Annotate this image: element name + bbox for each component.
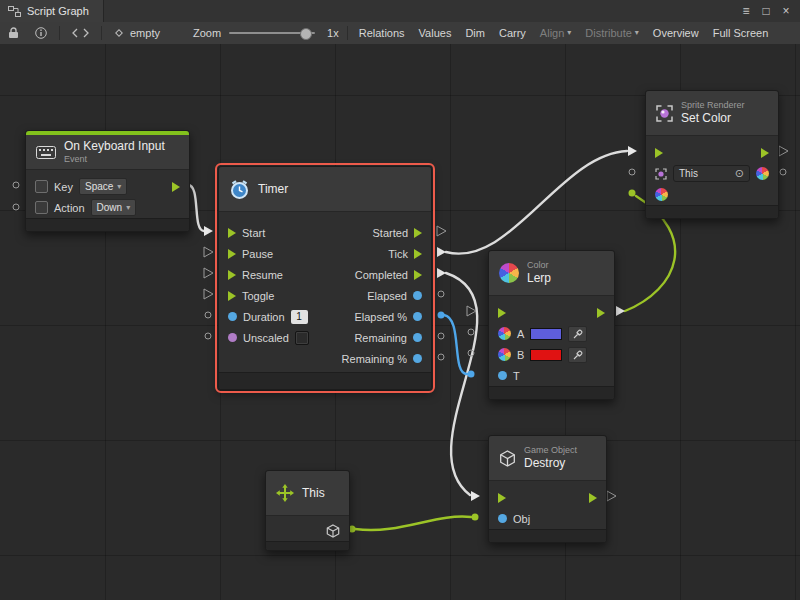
destroy-flow-in-port[interactable] <box>498 493 506 503</box>
maximize-button[interactable]: □ <box>758 3 774 19</box>
distribute-button[interactable]: Distribute ▾ <box>578 22 645 44</box>
destroy-obj-ext-port[interactable] <box>472 514 479 521</box>
values-button[interactable]: Values <box>412 22 459 44</box>
node-timer[interactable]: Timer Start Started Pause Tick <box>218 166 432 390</box>
node-destroy[interactable]: Game Object Destroy Obj <box>488 435 607 543</box>
timer-pause-ext-port[interactable] <box>204 247 213 257</box>
color-b-eyedropper[interactable] <box>568 347 587 363</box>
expand-button[interactable] <box>64 28 97 38</box>
duration-port[interactable] <box>228 312 237 321</box>
setcolor-flow-out-port[interactable] <box>761 148 769 158</box>
align-button[interactable]: Align ▾ <box>533 22 578 44</box>
overview-button[interactable]: Overview <box>646 22 706 44</box>
timer-duration-ext-port[interactable] <box>205 312 211 318</box>
lerp-flow-in-port[interactable] <box>498 308 506 318</box>
color-port-icon[interactable] <box>498 327 511 340</box>
wire-keyboard-to-timer-start[interactable] <box>188 185 204 231</box>
info-button[interactable] <box>27 27 55 39</box>
timer-started-ext-port[interactable] <box>437 226 446 236</box>
destroy-flow-in-ext-port[interactable] <box>471 491 480 501</box>
key-dropdown[interactable]: Space ▾ <box>79 178 127 195</box>
wire-this-to-destroy-obj[interactable] <box>355 517 471 531</box>
graph-canvas[interactable]: On Keyboard Input Event Key Space ▾ <box>0 44 800 600</box>
action-dropdown[interactable]: Down ▾ <box>91 199 137 216</box>
elapsed-pct-port[interactable] <box>413 312 422 321</box>
pause-port[interactable] <box>228 249 236 259</box>
zoom-slider-thumb[interactable] <box>300 28 312 40</box>
resume-port[interactable] <box>228 270 236 280</box>
full-screen-button[interactable]: Full Screen <box>706 22 776 44</box>
unscaled-checkbox[interactable] <box>295 331 309 345</box>
wire-timer-tick-to-setcolor[interactable] <box>446 151 627 254</box>
timer-unscaled-ext-port[interactable] <box>205 333 211 339</box>
remaining-pct-port[interactable] <box>413 354 422 363</box>
toggle-port[interactable] <box>228 291 236 301</box>
destroy-obj-row: Obj <box>489 508 606 529</box>
timer-remaining-pct-ext-port[interactable] <box>438 354 444 360</box>
start-port[interactable] <box>228 228 236 238</box>
color-a-swatch[interactable] <box>530 328 562 340</box>
lerp-a-ext-port[interactable] <box>468 329 474 335</box>
object-picker-icon[interactable]: ⊙ <box>735 168 744 179</box>
color-a-eyedropper[interactable] <box>568 326 587 342</box>
gameobject-cube-port[interactable] <box>326 524 340 538</box>
lerp-flow-out-port[interactable] <box>597 308 605 318</box>
duration-input[interactable]: 1 <box>291 310 308 324</box>
timer-completed-ext-port[interactable] <box>437 268 446 278</box>
completed-port[interactable] <box>414 270 422 280</box>
node-on-keyboard-input[interactable]: On Keyboard Input Event Key Space ▾ <box>25 130 190 232</box>
zoom-slider[interactable] <box>229 32 315 34</box>
graph-breadcrumb[interactable]: empty <box>106 27 168 39</box>
tick-port[interactable] <box>414 249 422 259</box>
started-port[interactable] <box>414 228 422 238</box>
window-menu-button[interactable]: ≡ <box>738 3 754 19</box>
caret-down-icon: ▾ <box>117 183 121 191</box>
destroy-flow-out-ext-port[interactable] <box>607 491 616 501</box>
destroy-flow-out-port[interactable] <box>589 493 597 503</box>
relations-button[interactable]: Relations <box>352 22 412 44</box>
eyedropper-icon <box>573 350 583 360</box>
timer-remaining-ext-port[interactable] <box>438 333 444 339</box>
color-b-swatch[interactable] <box>530 349 562 361</box>
wire-elapsed-to-lerp-t[interactable] <box>444 315 467 374</box>
graph-asset-icon <box>114 28 124 38</box>
lerp-t-ext-port[interactable] <box>468 371 475 378</box>
setcolor-flow-in-ext-port[interactable] <box>628 146 637 156</box>
t-port[interactable] <box>498 371 507 380</box>
setcolor-target-out-ext-port[interactable] <box>780 169 786 175</box>
lerp-out-ext-port[interactable] <box>616 306 625 316</box>
elapsed-port[interactable] <box>413 291 422 300</box>
unscaled-port[interactable] <box>228 333 237 342</box>
timer-resume-ext-port[interactable] <box>204 268 213 278</box>
tab-script-graph[interactable]: Script Graph <box>0 0 104 22</box>
timer-start-ext-port[interactable] <box>204 226 213 236</box>
setcolor-flow-out-ext-port[interactable] <box>779 146 788 156</box>
wire-timer-completed-to-destroy[interactable] <box>446 273 477 495</box>
timer-elapsed-pct-ext-port[interactable] <box>438 312 445 319</box>
color-in-port[interactable] <box>655 188 668 201</box>
timer-toggle-ext-port[interactable] <box>204 289 213 299</box>
start-label: Start <box>242 227 265 239</box>
close-button[interactable]: × <box>778 3 794 19</box>
carry-button[interactable]: Carry <box>492 22 533 44</box>
setcolor-this-ext-port[interactable] <box>629 169 635 175</box>
node-this[interactable]: This <box>265 470 350 551</box>
keyboard-action-ext-port[interactable] <box>13 204 19 210</box>
node-color-lerp[interactable]: Color Lerp A <box>488 250 615 400</box>
node-set-color[interactable]: Sprite Renderer Set Color This <box>645 90 779 219</box>
elapsed-pct-label: Elapsed % <box>354 311 407 323</box>
keyboard-flow-out-port[interactable] <box>172 182 180 192</box>
timer-elapsed-ext-port[interactable] <box>438 291 444 297</box>
setcolor-flow-in-port[interactable] <box>655 148 663 158</box>
lerp-flow-in-ext-port[interactable] <box>467 306 476 316</box>
lock-button[interactable] <box>0 27 27 39</box>
dim-button[interactable]: Dim <box>458 22 492 44</box>
remaining-port[interactable] <box>413 333 422 342</box>
setcolor-color-ext-port[interactable] <box>629 190 636 197</box>
color-out-port[interactable] <box>756 167 769 180</box>
color-port-icon[interactable] <box>498 348 511 361</box>
this-object-field[interactable]: This ⊙ <box>673 165 750 182</box>
obj-port[interactable] <box>498 514 507 523</box>
keyboard-key-ext-port[interactable] <box>13 182 19 188</box>
timer-tick-ext-port[interactable] <box>437 247 446 257</box>
